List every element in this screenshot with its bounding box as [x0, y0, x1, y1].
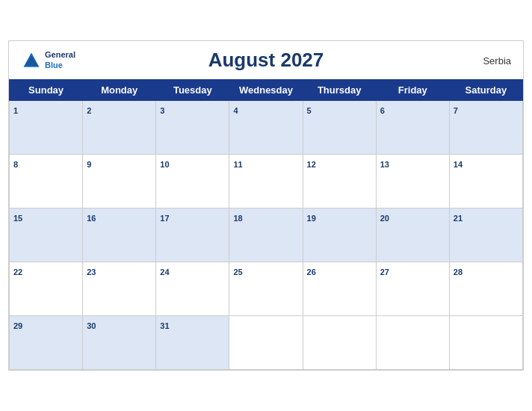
day-number: 17 [160, 214, 169, 223]
day-number: 4 [233, 106, 238, 115]
calendar-cell: 21 [449, 208, 522, 262]
calendar-cell: 16 [83, 208, 156, 262]
calendar-cell [376, 316, 449, 370]
calendar-cell: 27 [376, 262, 449, 316]
calendar-cell: 31 [156, 316, 229, 370]
header-wednesday: Wednesday [229, 80, 303, 101]
calendar-cell: 3 [156, 101, 229, 155]
calendar-cell: 26 [303, 262, 376, 316]
week-row-4: 22232425262728 [10, 262, 523, 316]
logo-text: General Blue [45, 50, 75, 69]
calendar-cell: 2 [83, 101, 156, 155]
calendar-cell: 29 [10, 316, 83, 370]
day-number: 9 [87, 160, 91, 169]
day-number: 25 [233, 268, 242, 276]
day-number: 1 [13, 106, 18, 115]
calendar-container: General Blue August 2027 Serbia Sunday M… [8, 40, 524, 371]
header-friday: Friday [376, 80, 449, 101]
calendar-cell: 5 [303, 101, 376, 155]
calendar-cell: 18 [229, 208, 303, 262]
day-number: 15 [13, 214, 22, 223]
header-saturday: Saturday [449, 80, 522, 101]
calendar-cell: 17 [156, 208, 229, 262]
calendar-cell: 23 [83, 262, 156, 316]
day-number: 28 [454, 268, 463, 276]
calendar-cell [229, 316, 303, 370]
day-number: 19 [307, 214, 316, 223]
header-sunday: Sunday [10, 80, 83, 101]
day-number: 22 [13, 268, 22, 276]
day-number: 21 [454, 214, 463, 223]
calendar-cell: 6 [376, 101, 449, 155]
calendar-cell: 30 [83, 316, 156, 370]
day-number: 29 [13, 321, 22, 330]
day-number: 10 [160, 160, 169, 169]
day-number: 24 [160, 268, 169, 276]
logo-icon [21, 50, 42, 71]
month-title: August 2027 [208, 49, 324, 72]
day-number: 2 [87, 106, 91, 115]
calendar-cell [303, 316, 376, 370]
calendar-header: General Blue August 2027 Serbia [9, 41, 523, 79]
calendar-cell: 24 [156, 262, 229, 316]
calendar-cell: 20 [376, 208, 449, 262]
day-number: 20 [380, 214, 389, 223]
calendar-grid: Sunday Monday Tuesday Wednesday Thursday… [9, 79, 523, 370]
calendar-cell [449, 316, 522, 370]
calendar-cell: 9 [83, 155, 156, 208]
day-number: 18 [233, 214, 242, 223]
calendar-cell: 10 [156, 155, 229, 208]
calendar-cell: 12 [303, 155, 376, 208]
week-row-5: 293031 [10, 316, 523, 370]
calendar-cell: 11 [229, 155, 303, 208]
day-number: 12 [307, 160, 316, 169]
logo-area: General Blue [21, 50, 75, 71]
day-number: 3 [160, 106, 164, 115]
day-number: 31 [160, 321, 169, 330]
day-number: 13 [380, 160, 389, 169]
calendar-cell: 28 [449, 262, 522, 316]
country-label: Serbia [483, 55, 511, 66]
day-number: 26 [307, 268, 316, 276]
day-number: 30 [87, 321, 96, 330]
day-number: 7 [454, 106, 458, 115]
calendar-cell: 13 [376, 155, 449, 208]
svg-marker-1 [25, 55, 38, 66]
header-monday: Monday [83, 80, 156, 101]
calendar-cell: 14 [449, 155, 522, 208]
day-number: 14 [454, 160, 463, 169]
week-row-1: 1234567 [10, 101, 523, 155]
calendar-cell: 8 [10, 155, 83, 208]
week-row-2: 891011121314 [10, 155, 523, 208]
weekday-header-row: Sunday Monday Tuesday Wednesday Thursday… [10, 80, 523, 101]
calendar-cell: 7 [449, 101, 522, 155]
calendar-cell: 19 [303, 208, 376, 262]
header-thursday: Thursday [303, 80, 376, 101]
calendar-cell: 25 [229, 262, 303, 316]
day-number: 16 [87, 214, 96, 223]
calendar-cell: 15 [10, 208, 83, 262]
day-number: 23 [87, 268, 96, 276]
day-number: 5 [307, 106, 312, 115]
calendar-cell: 1 [10, 101, 83, 155]
day-number: 6 [380, 106, 385, 115]
day-number: 8 [13, 160, 18, 169]
calendar-cell: 22 [10, 262, 83, 316]
calendar-cell: 4 [229, 101, 303, 155]
day-number: 11 [233, 160, 242, 169]
week-row-3: 15161718192021 [10, 208, 523, 262]
header-tuesday: Tuesday [156, 80, 229, 101]
day-number: 27 [380, 268, 389, 276]
